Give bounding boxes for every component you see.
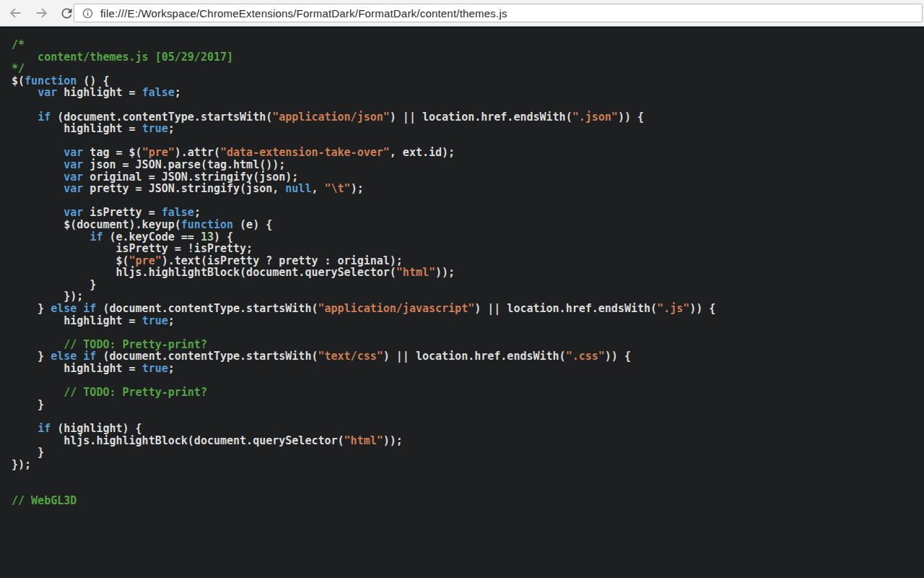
code-line: isPretty = !isPretty; [12,243,924,255]
code-line: var pretty = JSON.stringify(json, null, … [12,183,924,195]
code-line [12,99,924,111]
code-line: if (highlight) { [12,423,924,435]
browser-toolbar: file:///E:/Workspace/ChromeExtensions/Fo… [0,0,924,27]
code-line: } [12,399,924,411]
url-bar[interactable]: file:///E:/Workspace/ChromeExtensions/Fo… [74,4,923,22]
code-line: var tag = $("pre").attr("data-extension-… [12,147,924,159]
code-line: /* [12,39,924,51]
code-line: // TODO: Pretty-print? [12,339,924,351]
code-line: }); [12,290,924,303]
code-line: }); [12,459,924,471]
back-button[interactable] [5,2,27,24]
code-line: } else if (document.contentType.startsWi… [12,350,924,363]
forward-button[interactable] [30,2,52,24]
code-line: $(document).keyup(function (e) { [12,219,924,231]
code-line: hljs.highlightBlock(document.querySelect… [12,435,924,447]
code-line [12,327,924,339]
code-content: /* content/themes.js [05/29/2017]*/$(fun… [0,28,924,506]
code-line [12,470,924,483]
code-line: */ [12,63,924,75]
code-line: } [12,447,924,459]
code-line: } else if (document.contentType.startsWi… [12,303,924,315]
info-icon[interactable] [82,7,94,20]
code-line: highlight = true; [12,123,924,135]
page-content: /* content/themes.js [05/29/2017]*/$(fun… [0,27,924,578]
code-line: // WebGL3D [12,495,924,507]
code-line [12,410,924,423]
code-line: } [12,279,924,291]
code-line: hljs.highlightBlock(document.querySelect… [12,267,924,279]
code-line: if (document.contentType.startsWith("app… [12,111,924,124]
forward-icon [33,5,49,21]
back-icon [8,5,24,21]
code-line: content/themes.js [05/29/2017] [12,51,924,64]
code-line: if (e.keyCode == 13) { [12,231,924,243]
code-line: var original = JSON.stringify(json); [12,171,924,184]
reload-icon [59,6,74,21]
code-line: $(function () { [12,75,924,87]
code-line: var json = JSON.parse(tag.html()); [12,159,924,171]
code-line [12,195,924,207]
code-line: var isPretty = false; [12,207,924,219]
code-line: highlight = true; [12,315,924,327]
code-line: $("pre").text(isPretty ? pretty : origin… [12,255,924,267]
code-line: var highlight = false; [12,87,924,99]
url-text[interactable]: file:///E:/Workspace/ChromeExtensions/Fo… [100,7,507,20]
code-line: highlight = true; [12,363,924,375]
code-line [12,135,924,147]
code-line: // TODO: Pretty-print? [12,387,924,399]
code-line [12,375,924,387]
code-line [12,483,924,495]
